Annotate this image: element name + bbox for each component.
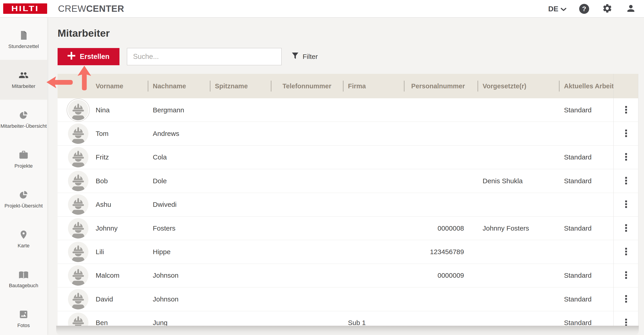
cell-vorgesetzte (478, 264, 559, 287)
row-menu-button[interactable] (622, 316, 630, 326)
table-row[interactable]: NinaBergmannStandard (58, 98, 638, 122)
table-row[interactable]: DavidJohnsonStandard (58, 288, 638, 311)
search-input[interactable] (127, 48, 282, 65)
table-row[interactable]: JohnnyFosters0000008Johnny FostersStanda… (58, 217, 638, 240)
settings-button[interactable] (602, 3, 613, 14)
cell-personalnummer (404, 169, 478, 193)
cell-actions (614, 98, 638, 122)
cell-vorgesetzte (478, 240, 559, 263)
help-button[interactable]: ? (579, 4, 589, 14)
cell-avatar (58, 288, 91, 311)
cell-firma (343, 217, 404, 240)
page-title: Mitarbeiter (58, 27, 110, 40)
question-mark-icon: ? (582, 5, 586, 12)
table-row[interactable]: AshuDwivedi (58, 193, 638, 217)
table-row[interactable]: FritzColaStandard (58, 146, 638, 169)
cell-arbeitszeit: Standard (559, 169, 614, 193)
row-menu-button[interactable] (622, 103, 630, 117)
cell-avatar (58, 146, 91, 169)
sidebar-item-mitarbeiter[interactable]: Mitarbeiter (0, 60, 47, 100)
cell-vorname: Fritz (91, 146, 148, 169)
cell-vorname: Tom (91, 122, 148, 145)
account-button[interactable] (626, 3, 636, 14)
table-row[interactable]: BobDoleDenis ShuklaStandard (58, 169, 638, 193)
app-title-crew: CREW (58, 4, 86, 13)
cell-vorgesetzte (478, 311, 559, 326)
cell-telefonnummer (271, 240, 343, 263)
cell-personalnummer (404, 311, 478, 326)
sidebar-item-mitarbeiter-uebersicht[interactable]: Mitarbeiter-Übersicht (0, 100, 47, 140)
sidebar-item-fotos[interactable]: Fotos (0, 299, 47, 335)
worker-avatar-icon (68, 100, 88, 120)
sidebar-item-bautagebuch[interactable]: Bautagebuch (0, 259, 47, 299)
header-actions (614, 74, 638, 98)
row-menu-button[interactable] (622, 174, 630, 188)
cell-nachname: Dole (148, 169, 210, 193)
hilti-logo[interactable]: HILTI (3, 3, 47, 14)
topbar-actions: DE ? (548, 0, 636, 18)
cell-avatar (58, 240, 91, 263)
kebab-icon (625, 224, 627, 232)
row-menu-button[interactable] (622, 245, 630, 259)
table-row[interactable]: TomAndrews (58, 122, 638, 145)
kebab-icon (625, 177, 627, 185)
filter-funnel-icon (292, 52, 299, 61)
cell-actions (614, 240, 638, 263)
header-spitzname: Spitzname (210, 74, 271, 98)
row-menu-button[interactable] (622, 150, 630, 164)
sidebar-item-karte[interactable]: Karte (0, 219, 47, 259)
cell-telefonnummer (271, 311, 343, 326)
row-menu-button[interactable] (622, 198, 630, 211)
cell-vorname: Nina (91, 98, 148, 122)
cell-avatar (58, 264, 91, 287)
app-title-center: CENTER (86, 4, 124, 13)
cell-actions (614, 169, 638, 193)
app-title: CREWCENTER (58, 4, 124, 14)
cell-arbeitszeit: Standard (559, 217, 614, 240)
filter-button[interactable]: Filter (292, 48, 318, 65)
language-selector[interactable]: DE (548, 5, 566, 13)
cell-personalnummer (404, 146, 478, 169)
book-icon (18, 270, 28, 280)
sidebar-item-stundenzettel[interactable]: Stundenzettel (0, 20, 47, 60)
create-button[interactable]: Erstellen (58, 48, 120, 65)
cell-nachname: Bergmann (148, 98, 210, 122)
cell-firma: Sub 1 (343, 311, 404, 326)
cell-vorname: Johnny (91, 217, 148, 240)
language-value: DE (548, 5, 558, 13)
sidebar-item-label: Mitarbeiter-Übersicht (0, 123, 47, 129)
sidebar-item-projekt-uebersicht[interactable]: Projekt-Übersicht (0, 179, 47, 219)
cell-spitzname (210, 311, 271, 326)
cell-firma (343, 240, 404, 263)
cell-personalnummer (404, 288, 478, 311)
table-row[interactable]: MalcomJohnson0000009Standard (58, 264, 638, 288)
cell-nachname: Johnson (148, 288, 210, 311)
cell-vorname: Ben (91, 311, 148, 326)
worker-avatar-icon (68, 289, 88, 310)
row-menu-button[interactable] (622, 269, 630, 282)
cell-vorgesetzte: Denis Shukla (478, 169, 559, 193)
cell-spitzname (210, 288, 271, 311)
worker-avatar-icon (68, 218, 88, 239)
kebab-icon (625, 200, 627, 209)
pie-chart-icon (18, 190, 28, 200)
header-vorgesetzte: Vorgesetzte(r) (478, 74, 559, 98)
kebab-icon (625, 271, 627, 280)
table-row[interactable]: BenJungSub 1Standard (58, 311, 638, 326)
row-menu-button[interactable] (622, 127, 630, 140)
worker-avatar-icon (68, 313, 88, 326)
row-menu-button[interactable] (622, 222, 630, 235)
cell-arbeitszeit (559, 122, 614, 145)
cell-telefonnummer (271, 122, 343, 145)
sidebar-item-label: Projekt-Übersicht (4, 203, 43, 209)
cell-spitzname (210, 264, 271, 287)
kebab-icon (625, 295, 627, 303)
header-personalnummer: Personalnummer (404, 74, 478, 98)
sidebar-item-projekte[interactable]: Projekte (0, 140, 47, 179)
header-firma: Firma (343, 74, 404, 98)
cell-spitzname (210, 193, 271, 216)
document-icon (18, 30, 28, 40)
cell-personalnummer (404, 98, 478, 122)
table-row[interactable]: LiliHippe123456789 (58, 240, 638, 264)
row-menu-button[interactable] (622, 293, 630, 306)
